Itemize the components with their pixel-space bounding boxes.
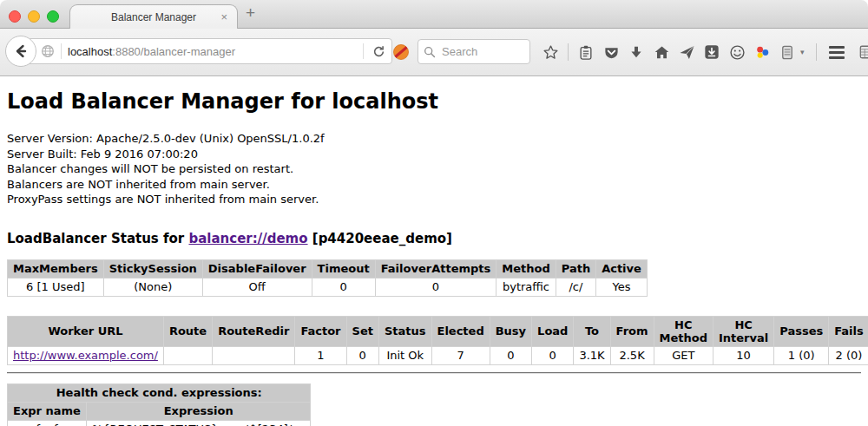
urlbar-separator: [363, 43, 364, 59]
pocket-icon: [603, 44, 620, 61]
col-load: Load: [532, 316, 574, 346]
site-identity-globe-icon: [41, 44, 55, 58]
col-expr-name: Expr name: [8, 402, 87, 420]
navigation-toolbar: localhost:8880/balancer-manager: [0, 29, 868, 76]
table-header-row: Expr name Expression: [8, 402, 311, 420]
urlbar-separator: [61, 43, 62, 59]
toolbar-separator: [568, 43, 569, 61]
to-value: 3.1K: [574, 346, 610, 364]
section-divider: [7, 372, 861, 374]
menu-button[interactable]: [828, 43, 845, 61]
table-header-row: MaxMembers StickySession DisableFailover…: [8, 259, 648, 278]
status-prefix: LoadBalancer Status for: [7, 231, 184, 246]
timeout-value: 0: [312, 278, 375, 296]
paper-plane-icon: [679, 44, 695, 61]
server-version-line: Server Version: Apache/2.5.0-dev (Unix) …: [7, 131, 861, 147]
tab-title: Balancer Manager: [111, 11, 196, 23]
server-info: Server Version: Apache/2.5.0-dev (Unix) …: [7, 131, 861, 207]
downloads-button[interactable]: [628, 43, 645, 61]
health-check-table: Health check cond. expressions: Expr nam…: [7, 383, 311, 426]
home-button[interactable]: [653, 43, 670, 61]
pocket-button[interactable]: [602, 43, 620, 61]
path-value: /c/: [556, 278, 595, 296]
table-header-row: Worker URL Route RouteRedir Factor Set S…: [8, 316, 868, 346]
proxypass-notice-line: ProxyPass settings are NOT inherited fro…: [7, 192, 861, 207]
worker-url-link[interactable]: http://www.example.com/: [13, 349, 158, 362]
col-path: Path: [556, 259, 595, 278]
back-arrow-icon: [13, 43, 29, 59]
loadbalancer-status-heading: LoadBalancer Status for balancer://demo …: [7, 231, 861, 246]
toolbar-icons: ▾: [542, 43, 868, 61]
col-timeout: Timeout: [312, 259, 375, 278]
col-worker-url: Worker URL: [8, 316, 164, 346]
close-window-button[interactable]: [9, 10, 21, 23]
balancers-notice-line: Balancers are NOT inherited from main se…: [7, 177, 861, 193]
battery-panel-icon: [780, 44, 794, 61]
clipboard-icon: [578, 44, 594, 61]
addon-dropdown-caret-icon[interactable]: ▾: [800, 48, 805, 56]
table-title-row: Health check cond. expressions:: [8, 383, 311, 402]
col-route: Route: [163, 316, 212, 346]
worker-url-cell: http://www.example.com/: [8, 346, 164, 364]
new-tab-button[interactable]: +: [246, 3, 255, 23]
passes-value: 1 (0): [774, 346, 829, 364]
routeredir-value: [213, 346, 295, 364]
home-icon: [654, 44, 670, 61]
col-busy: Busy: [490, 316, 531, 346]
balancer-settings-table: MaxMembers StickySession DisableFailover…: [7, 259, 648, 297]
window-controls: [9, 10, 59, 23]
page-title: Load Balancer Manager for localhost: [7, 89, 861, 114]
back-button[interactable]: [5, 36, 36, 67]
disablefailover-value: Off: [202, 278, 312, 296]
send-page-addon-button[interactable]: [678, 43, 695, 61]
feedback-addon-button[interactable]: [728, 43, 746, 61]
url-bar[interactable]: localhost:8880/balancer-manager: [21, 38, 392, 64]
col-maxmembers: MaxMembers: [8, 259, 104, 278]
elected-value: 7: [431, 346, 490, 364]
col-passes: Passes: [774, 316, 829, 346]
colored-dots-addon-button[interactable]: [753, 43, 771, 61]
zoom-window-button[interactable]: [47, 10, 59, 23]
tab-balancer-manager[interactable]: Balancer Manager ×: [69, 4, 238, 29]
smiley-icon: [729, 44, 746, 61]
table-row: http://www.example.com/ 1 0 Init Ok 7 0 …: [8, 346, 868, 364]
server-built-line: Server Built: Feb 9 2016 07:00:20: [7, 147, 861, 162]
factor-value: 1: [295, 346, 346, 364]
hc-method-value: GET: [654, 346, 713, 364]
fails-value: 2 (0): [829, 346, 868, 364]
maxmembers-value: 6 [1 Used]: [8, 278, 104, 296]
col-failoverattempts: FailoverAttempts: [375, 259, 496, 278]
search-icon: [424, 46, 436, 58]
minimize-window-button[interactable]: [28, 10, 40, 23]
tab-groups-button[interactable]: [858, 43, 868, 61]
col-disablefailover: DisableFailover: [202, 259, 312, 278]
search-input[interactable]: [440, 44, 522, 59]
tab-bar: Balancer Manager × +: [0, 0, 868, 29]
col-active: Active: [596, 259, 648, 278]
persist-notice-line: Balancer changes will NOT be persisted o…: [7, 161, 861, 177]
reload-button[interactable]: [370, 43, 387, 60]
status-value: Init Ok: [378, 346, 431, 364]
download-arrow-icon: [628, 44, 644, 61]
expr-name-value: foof: [8, 420, 87, 426]
active-value: Yes: [596, 278, 648, 296]
col-to: To: [574, 316, 610, 346]
notes-addon-button[interactable]: [779, 43, 796, 61]
tab-close-icon[interactable]: ×: [220, 10, 227, 23]
content-blocker-addon-button[interactable]: [392, 43, 410, 61]
download-manager-addon-button[interactable]: [703, 43, 720, 61]
bookmark-star-button[interactable]: [542, 43, 559, 61]
page-grid-icon: [858, 44, 868, 60]
balancer-demo-link[interactable]: balancer://demo: [188, 231, 307, 246]
square-download-icon: [704, 44, 720, 60]
reload-icon: [372, 45, 385, 58]
reading-list-button[interactable]: [577, 43, 595, 61]
search-bar[interactable]: [418, 39, 530, 64]
col-elected: Elected: [431, 316, 490, 346]
expression-value: %{REQUEST_STATUS} =~ /^[234]/: [86, 420, 311, 426]
route-value: [163, 346, 212, 364]
col-routeredir: RouteRedir: [213, 316, 295, 346]
url-path: :8880/balancer-manager: [112, 45, 235, 58]
col-fails: Fails: [829, 316, 868, 346]
col-status: Status: [378, 316, 431, 346]
